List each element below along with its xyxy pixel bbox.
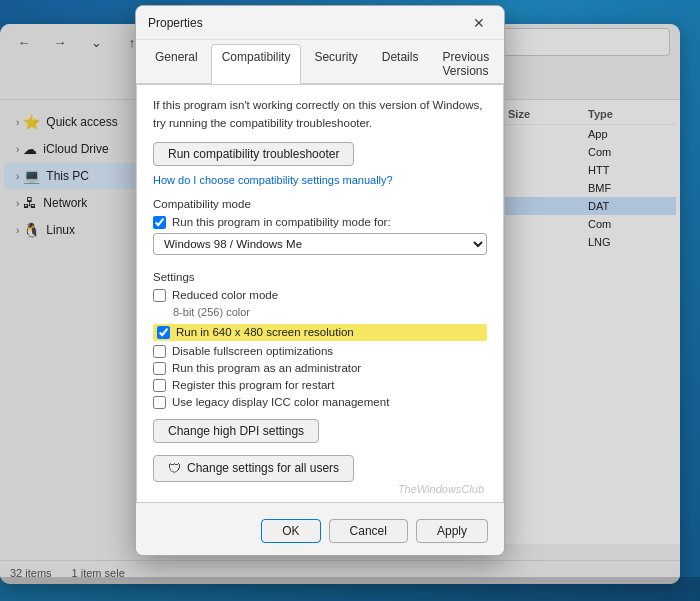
color-depth-sublabel: 8-bit (256) color <box>173 306 487 318</box>
compat-mode-label: Compatibility mode <box>153 198 487 210</box>
dialog-titlebar: Properties ✕ <box>136 6 504 40</box>
disable-fullscreen-label[interactable]: Disable fullscreen optimizations <box>172 345 333 357</box>
restart-checkbox-row: Register this program for restart <box>153 379 487 392</box>
dialog-content: If this program isn't working correctly … <box>136 84 504 503</box>
settings-section-label: Settings <box>153 271 487 283</box>
close-button[interactable]: ✕ <box>466 10 492 36</box>
compat-mode-checkbox[interactable] <box>153 216 166 229</box>
tab-compatibility[interactable]: Compatibility <box>211 44 302 84</box>
icc-checkbox-row: Use legacy display ICC color management <box>153 396 487 409</box>
tab-previous-versions[interactable]: Previous Versions <box>431 44 500 83</box>
change-settings-label: Change settings for all users <box>187 461 339 475</box>
compat-mode-checkbox-row: Run this program in compatibility mode f… <box>153 216 487 229</box>
watermark: TheWindowsClub <box>398 483 484 495</box>
compat-mode-dropdown[interactable]: Windows 98 / Windows Me <box>153 233 487 255</box>
icc-checkbox[interactable] <box>153 396 166 409</box>
compat-mode-checkbox-label[interactable]: Run this program in compatibility mode f… <box>172 216 391 228</box>
help-link[interactable]: How do I choose compatibility settings m… <box>153 174 487 186</box>
taskbar <box>0 577 700 601</box>
resolution-label[interactable]: Run in 640 x 480 screen resolution <box>176 326 354 338</box>
reduced-color-label[interactable]: Reduced color mode <box>172 289 278 301</box>
properties-dialog: Properties ✕ General Compatibility Secur… <box>135 5 505 556</box>
disable-fullscreen-checkbox[interactable] <box>153 345 166 358</box>
dialog-title: Properties <box>148 16 203 30</box>
reduced-color-checkbox-row: Reduced color mode <box>153 289 487 302</box>
ok-button[interactable]: OK <box>261 519 320 543</box>
icc-label[interactable]: Use legacy display ICC color management <box>172 396 389 408</box>
tab-security[interactable]: Security <box>303 44 368 83</box>
change-dpi-button[interactable]: Change high DPI settings <box>153 419 319 443</box>
admin-checkbox-row: Run this program as an administrator <box>153 362 487 375</box>
dialog-tabs: General Compatibility Security Details P… <box>136 40 504 84</box>
change-settings-button[interactable]: 🛡 Change settings for all users <box>153 455 354 482</box>
reduced-color-checkbox[interactable] <box>153 289 166 302</box>
tab-general[interactable]: General <box>144 44 209 83</box>
resolution-checkbox[interactable] <box>157 326 170 339</box>
resolution-checkbox-row: Run in 640 x 480 screen resolution <box>153 324 487 341</box>
apply-button[interactable]: Apply <box>416 519 488 543</box>
dialog-overlay: Properties ✕ General Compatibility Secur… <box>0 0 700 601</box>
tab-details[interactable]: Details <box>371 44 430 83</box>
restart-checkbox[interactable] <box>153 379 166 392</box>
shield-icon: 🛡 <box>168 461 181 476</box>
admin-label[interactable]: Run this program as an administrator <box>172 362 361 374</box>
run-troubleshooter-button[interactable]: Run compatibility troubleshooter <box>153 142 354 166</box>
info-text: If this program isn't working correctly … <box>153 97 487 132</box>
cancel-button[interactable]: Cancel <box>329 519 408 543</box>
dialog-footer: OK Cancel Apply <box>136 511 504 555</box>
restart-label[interactable]: Register this program for restart <box>172 379 334 391</box>
admin-checkbox[interactable] <box>153 362 166 375</box>
disable-fullscreen-checkbox-row: Disable fullscreen optimizations <box>153 345 487 358</box>
